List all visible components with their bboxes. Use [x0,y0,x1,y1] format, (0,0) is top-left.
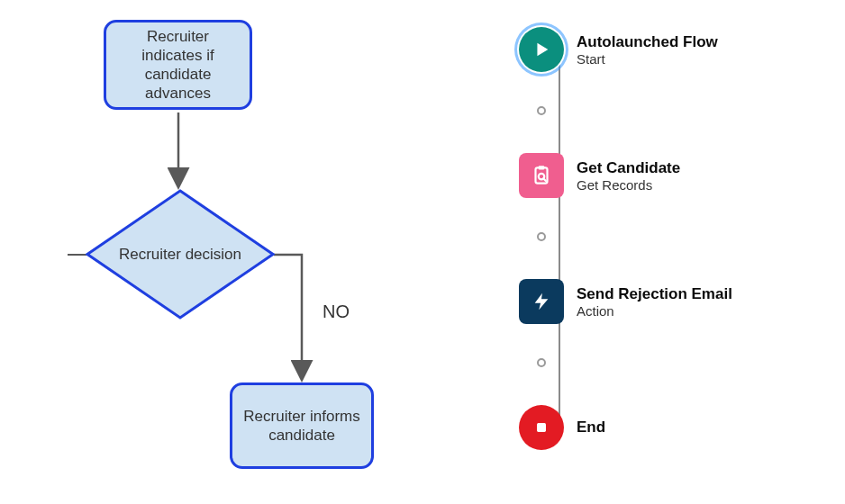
flow-node-title: Get Candidate [577,159,680,177]
get-records-icon [519,153,564,198]
left-flowchart: Recruiter indicates if candidate advance… [0,0,423,504]
flow-builder-lane: Autolaunched Flow Start Get Candidate Ge… [519,9,825,495]
flow-node-send-rejection[interactable]: Send Rejection Email Action [519,279,732,324]
svg-rect-5 [539,166,545,169]
process-box-text: Recruiter indicates if candidate advance… [115,27,241,104]
flow-node-title: End [577,418,605,436]
decision-diamond: Recruiter decision [86,189,275,320]
svg-rect-8 [537,423,546,432]
flow-node-subtitle: Get Records [577,177,680,193]
clipboard-search-icon [530,164,553,187]
play-icon [532,40,551,59]
flow-node-text: Get Candidate Get Records [577,159,680,193]
action-icon [519,279,564,324]
flow-node-subtitle: Action [577,303,732,319]
decision-no-label: NO [323,302,350,322]
decision-label: Recruiter decision [86,189,275,320]
flow-node-start[interactable]: Autolaunched Flow Start [519,27,718,72]
end-icon [519,405,564,450]
flow-node-end[interactable]: End [519,405,605,450]
flow-node-title: Autolaunched Flow [577,33,718,51]
bolt-icon [532,290,551,313]
flow-node-get-candidate[interactable]: Get Candidate Get Records [519,153,680,198]
flow-node-text: Autolaunched Flow Start [577,33,718,67]
flow-node-text: End [577,418,605,436]
start-icon [519,27,564,72]
svg-line-7 [543,178,546,181]
connector-dot[interactable] [537,358,546,367]
flow-node-text: Send Rejection Email Action [577,285,732,319]
process-box-informs: Recruiter informs candidate [230,382,374,469]
process-box-indicates: Recruiter indicates if candidate advance… [104,20,252,110]
connector-dot[interactable] [537,106,546,115]
flow-node-title: Send Rejection Email [577,285,732,303]
connector-dot[interactable] [537,232,546,241]
process-box-text: Recruiter informs candidate [241,407,362,446]
flow-node-subtitle: Start [577,51,718,67]
stop-icon [532,418,550,436]
